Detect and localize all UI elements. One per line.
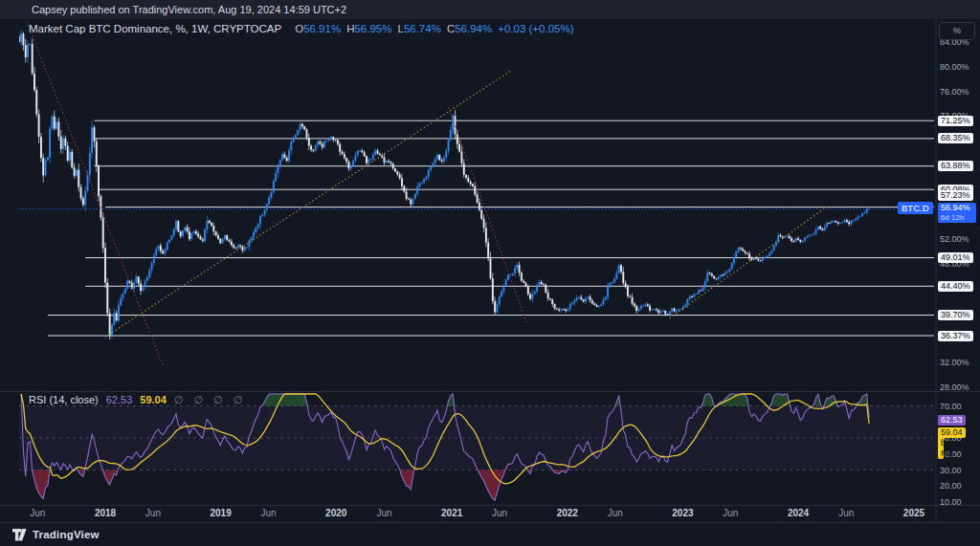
countdown-timer: 6d 12h [941, 213, 973, 223]
level-label-39.7: 39.70% [938, 310, 973, 320]
level-label-57.23: 57.23% [938, 190, 973, 201]
time-tick-2022-2022: 2022 [546, 508, 589, 518]
current-price-label: 56.94%6d 12h [938, 203, 976, 223]
rsi-tick-70.00: 70.00 [940, 402, 962, 411]
time-tick-2018-2018: 2018 [84, 508, 126, 518]
level-label-63.88: 63.88% [938, 161, 973, 171]
time-tick-Jun-2023: Jun [709, 508, 751, 518]
price-tick-52.00%: 52.00% [940, 234, 969, 244]
price-tick-28.00%: 28.00% [940, 382, 969, 392]
time-tick-2020-2020: 2020 [315, 508, 357, 518]
time-tick-2024-2024: 2024 [777, 508, 819, 518]
rsi-tick-10.00: 10.00 [940, 497, 962, 507]
trendline-uptrend-2022-2024 [670, 207, 828, 318]
publish-bar-text: Capsey published on TradingView.com, Aug… [32, 4, 346, 15]
time-tick-Jun-2024: Jun [825, 508, 867, 518]
candlestick-series [18, 30, 870, 339]
level-label-49.01: 49.01% [938, 252, 973, 263]
rsi-axis-value: 62.53 [938, 415, 966, 426]
price-tick-80.00%: 80.00% [940, 62, 969, 72]
trendline-downtrend-2021 [449, 107, 527, 322]
symbol-chip: BTC.D [898, 202, 933, 214]
publish-bar: Capsey published on TradingView.com, Aug… [0, 0, 980, 19]
level-label-68.35: 68.35% [938, 133, 973, 143]
footer-toolbar: TradingView [0, 523, 980, 546]
rsi-ma-axis-value: 59.04 [938, 427, 966, 438]
trendline-uptrend-2018-2021 [105, 70, 512, 337]
trendlines[interactable] [25, 17, 827, 365]
time-tick-2025-2025: 2025 [893, 508, 935, 518]
time-tick-2023-2023: 2023 [661, 508, 703, 518]
tradingview-logo-icon[interactable] [12, 529, 27, 541]
tradingview-snapshot: Capsey published on TradingView.com, Aug… [0, 0, 980, 546]
tradingview-brand[interactable]: TradingView [33, 529, 100, 540]
level-label-36.37: 36.37% [938, 331, 973, 341]
level-label-71.25: 71.25% [938, 116, 973, 126]
time-tick-2019-2019: 2019 [200, 508, 242, 518]
level-rays[interactable] [48, 120, 934, 336]
price-tick-32.00%: 32.00% [940, 358, 969, 367]
price-scale-unit-button[interactable]: % [940, 23, 974, 39]
time-tick-2021-2021: 2021 [431, 508, 473, 518]
rsi-tick-20.00: 20.00 [940, 481, 962, 491]
time-tick-Jun-2017: Jun [16, 508, 58, 518]
level-label-44.4: 44.40% [938, 281, 973, 292]
time-tick-Jun-2022: Jun [594, 508, 636, 518]
time-tick-Jun-2018: Jun [132, 508, 174, 518]
time-tick-Jun-2021: Jun [479, 508, 521, 518]
time-tick-Jun-2019: Jun [248, 508, 290, 518]
rsi-tick-30.00: 30.00 [940, 466, 962, 475]
time-tick-Jun-2020: Jun [363, 508, 405, 518]
price-tick-76.00%: 76.00% [940, 87, 969, 97]
chart-canvas[interactable] [0, 0, 980, 546]
